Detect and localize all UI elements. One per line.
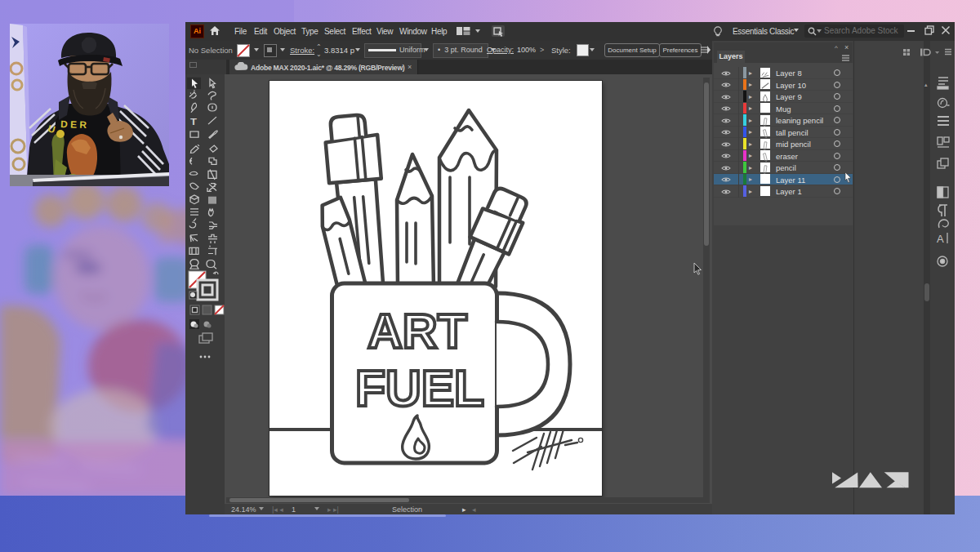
svg-text:T: T xyxy=(190,117,197,127)
svg-text:A: A xyxy=(937,233,944,245)
svg-text:D E R: D E R xyxy=(60,118,87,131)
svg-text:FUEL: FUEL xyxy=(355,359,484,416)
svg-text:ART: ART xyxy=(368,304,467,358)
